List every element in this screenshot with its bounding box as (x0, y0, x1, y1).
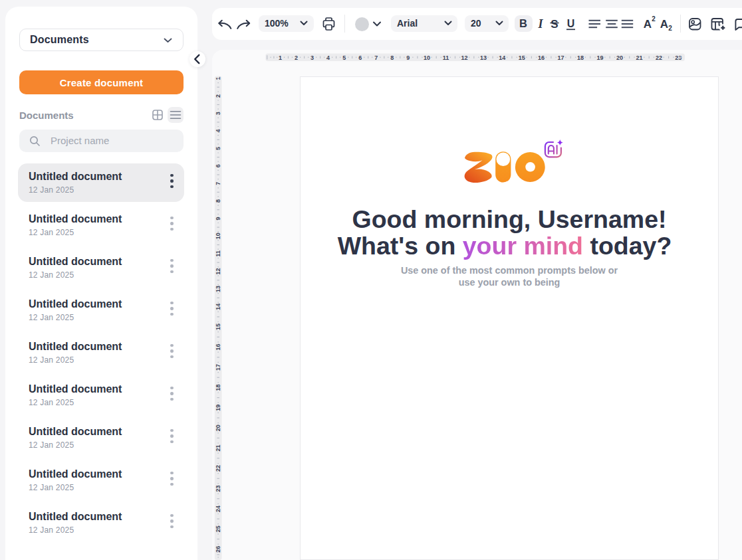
svg-text:U: U (567, 18, 575, 29)
svg-text:2: 2 (652, 15, 656, 23)
svg-text:A: A (644, 18, 652, 31)
svg-text:I: I (537, 17, 543, 31)
svg-text:A: A (660, 18, 668, 31)
svg-text:2: 2 (668, 25, 672, 32)
svg-text:S: S (551, 18, 558, 31)
svg-text:B: B (519, 17, 527, 29)
